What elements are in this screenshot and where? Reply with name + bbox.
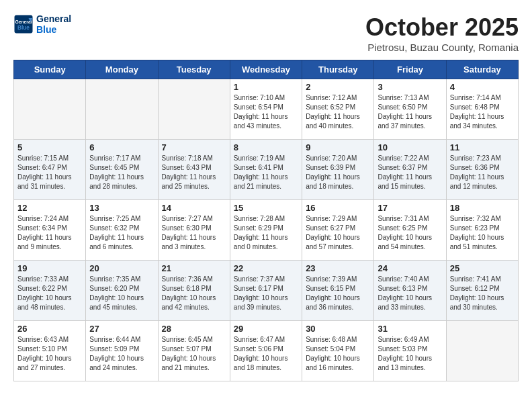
calendar-day-5: 5Sunrise: 7:15 AM Sunset: 6:47 PM Daylig… xyxy=(14,140,86,200)
page-header: General Blue General Blue October 2025 P… xyxy=(13,13,519,53)
cell-info: Sunrise: 7:13 AM Sunset: 6:50 PM Dayligh… xyxy=(378,93,442,131)
calendar-day-12: 12Sunrise: 7:24 AM Sunset: 6:34 PM Dayli… xyxy=(14,200,86,261)
calendar-week-3: 12Sunrise: 7:24 AM Sunset: 6:34 PM Dayli… xyxy=(14,200,519,261)
calendar-day-20: 20Sunrise: 7:35 AM Sunset: 6:20 PM Dayli… xyxy=(86,261,158,321)
cell-info: Sunrise: 7:35 AM Sunset: 6:20 PM Dayligh… xyxy=(89,275,154,312)
calendar-day-3: 3Sunrise: 7:13 AM Sunset: 6:50 PM Daylig… xyxy=(374,79,446,140)
calendar-day-empty xyxy=(446,321,518,381)
cell-info: Sunrise: 7:40 AM Sunset: 6:13 PM Dayligh… xyxy=(378,275,442,312)
date-number: 19 xyxy=(17,263,82,273)
calendar-day-23: 23Sunrise: 7:39 AM Sunset: 6:15 PM Dayli… xyxy=(302,261,374,321)
svg-text:Blue: Blue xyxy=(17,25,30,31)
cell-info: Sunrise: 7:41 AM Sunset: 6:12 PM Dayligh… xyxy=(450,275,515,312)
date-number: 3 xyxy=(378,82,442,92)
date-number: 20 xyxy=(89,263,154,273)
cell-info: Sunrise: 7:14 AM Sunset: 6:48 PM Dayligh… xyxy=(450,93,515,131)
date-number: 21 xyxy=(162,263,226,273)
calendar-day-26: 26Sunrise: 6:43 AM Sunset: 5:10 PM Dayli… xyxy=(14,321,86,381)
weekday-header-row: SundayMondayTuesdayWednesdayThursdayFrid… xyxy=(14,60,519,79)
calendar-day-30: 30Sunrise: 6:48 AM Sunset: 5:04 PM Dayli… xyxy=(302,321,374,381)
calendar-day-1: 1Sunrise: 7:10 AM Sunset: 6:54 PM Daylig… xyxy=(230,79,302,140)
weekday-header-thursday: Thursday xyxy=(302,60,374,79)
cell-info: Sunrise: 6:44 AM Sunset: 5:09 PM Dayligh… xyxy=(89,335,154,373)
cell-info: Sunrise: 6:48 AM Sunset: 5:04 PM Dayligh… xyxy=(306,335,370,373)
weekday-header-sunday: Sunday xyxy=(14,60,86,79)
cell-info: Sunrise: 7:20 AM Sunset: 6:39 PM Dayligh… xyxy=(306,154,370,191)
date-number: 2 xyxy=(306,82,370,92)
cell-info: Sunrise: 7:32 AM Sunset: 6:23 PM Dayligh… xyxy=(450,214,515,252)
weekday-header-tuesday: Tuesday xyxy=(158,60,230,79)
calendar-day-empty xyxy=(14,79,86,140)
logo: General Blue General Blue xyxy=(13,13,71,35)
weekday-header-friday: Friday xyxy=(374,60,446,79)
date-number: 25 xyxy=(450,263,515,273)
cell-info: Sunrise: 7:17 AM Sunset: 6:45 PM Dayligh… xyxy=(89,154,154,191)
cell-info: Sunrise: 7:18 AM Sunset: 6:43 PM Dayligh… xyxy=(162,154,226,191)
date-number: 10 xyxy=(378,142,442,152)
calendar-day-2: 2Sunrise: 7:12 AM Sunset: 6:52 PM Daylig… xyxy=(302,79,374,140)
calendar-week-4: 19Sunrise: 7:33 AM Sunset: 6:22 PM Dayli… xyxy=(14,261,519,321)
calendar-week-1: 1Sunrise: 7:10 AM Sunset: 6:54 PM Daylig… xyxy=(14,79,519,140)
calendar-week-2: 5Sunrise: 7:15 AM Sunset: 6:47 PM Daylig… xyxy=(14,140,519,200)
date-number: 12 xyxy=(17,203,82,213)
date-number: 5 xyxy=(17,142,82,152)
date-number: 11 xyxy=(450,142,515,152)
calendar-day-17: 17Sunrise: 7:31 AM Sunset: 6:25 PM Dayli… xyxy=(374,200,446,261)
calendar-day-7: 7Sunrise: 7:18 AM Sunset: 6:43 PM Daylig… xyxy=(158,140,230,200)
title-area: October 2025 Pietrosu, Buzau County, Rom… xyxy=(365,13,519,53)
date-number: 16 xyxy=(306,203,370,213)
calendar-day-13: 13Sunrise: 7:25 AM Sunset: 6:32 PM Dayli… xyxy=(86,200,158,261)
date-number: 13 xyxy=(89,203,154,213)
cell-info: Sunrise: 7:39 AM Sunset: 6:15 PM Dayligh… xyxy=(306,275,370,312)
calendar-day-16: 16Sunrise: 7:29 AM Sunset: 6:27 PM Dayli… xyxy=(302,200,374,261)
cell-info: Sunrise: 7:25 AM Sunset: 6:32 PM Dayligh… xyxy=(89,214,154,252)
calendar-day-19: 19Sunrise: 7:33 AM Sunset: 6:22 PM Dayli… xyxy=(14,261,86,321)
date-number: 22 xyxy=(234,263,298,273)
cell-info: Sunrise: 7:10 AM Sunset: 6:54 PM Dayligh… xyxy=(234,93,298,131)
cell-info: Sunrise: 7:31 AM Sunset: 6:25 PM Dayligh… xyxy=(378,214,442,252)
calendar-day-6: 6Sunrise: 7:17 AM Sunset: 6:45 PM Daylig… xyxy=(86,140,158,200)
calendar-day-18: 18Sunrise: 7:32 AM Sunset: 6:23 PM Dayli… xyxy=(446,200,518,261)
date-number: 9 xyxy=(306,142,370,152)
calendar-day-11: 11Sunrise: 7:23 AM Sunset: 6:36 PM Dayli… xyxy=(446,140,518,200)
date-number: 30 xyxy=(306,324,370,334)
calendar-day-4: 4Sunrise: 7:14 AM Sunset: 6:48 PM Daylig… xyxy=(446,79,518,140)
calendar-day-24: 24Sunrise: 7:40 AM Sunset: 6:13 PM Dayli… xyxy=(374,261,446,321)
calendar-day-28: 28Sunrise: 6:45 AM Sunset: 5:07 PM Dayli… xyxy=(158,321,230,381)
weekday-header-wednesday: Wednesday xyxy=(230,60,302,79)
calendar-day-29: 29Sunrise: 6:47 AM Sunset: 5:06 PM Dayli… xyxy=(230,321,302,381)
cell-info: Sunrise: 7:29 AM Sunset: 6:27 PM Dayligh… xyxy=(306,214,370,252)
cell-info: Sunrise: 7:28 AM Sunset: 6:29 PM Dayligh… xyxy=(234,214,298,252)
month-title: October 2025 xyxy=(365,13,519,42)
calendar-day-empty xyxy=(86,79,158,140)
calendar-week-5: 26Sunrise: 6:43 AM Sunset: 5:10 PM Dayli… xyxy=(14,321,519,381)
calendar-day-21: 21Sunrise: 7:36 AM Sunset: 6:18 PM Dayli… xyxy=(158,261,230,321)
cell-info: Sunrise: 7:36 AM Sunset: 6:18 PM Dayligh… xyxy=(162,275,226,312)
cell-info: Sunrise: 7:22 AM Sunset: 6:37 PM Dayligh… xyxy=(378,154,442,191)
date-number: 17 xyxy=(378,203,442,213)
cell-info: Sunrise: 6:49 AM Sunset: 5:03 PM Dayligh… xyxy=(378,335,442,373)
date-number: 24 xyxy=(378,263,442,273)
date-number: 14 xyxy=(162,203,226,213)
calendar-table: SundayMondayTuesdayWednesdayThursdayFrid… xyxy=(13,60,519,381)
date-number: 4 xyxy=(450,82,515,92)
date-number: 26 xyxy=(17,324,82,334)
cell-info: Sunrise: 7:33 AM Sunset: 6:22 PM Dayligh… xyxy=(17,275,82,312)
calendar-day-10: 10Sunrise: 7:22 AM Sunset: 6:37 PM Dayli… xyxy=(374,140,446,200)
date-number: 1 xyxy=(234,82,298,92)
cell-info: Sunrise: 7:15 AM Sunset: 6:47 PM Dayligh… xyxy=(17,154,82,191)
cell-info: Sunrise: 6:47 AM Sunset: 5:06 PM Dayligh… xyxy=(234,335,298,373)
date-number: 18 xyxy=(450,203,515,213)
calendar-day-27: 27Sunrise: 6:44 AM Sunset: 5:09 PM Dayli… xyxy=(86,321,158,381)
calendar-day-25: 25Sunrise: 7:41 AM Sunset: 6:12 PM Dayli… xyxy=(446,261,518,321)
calendar-day-14: 14Sunrise: 7:27 AM Sunset: 6:30 PM Dayli… xyxy=(158,200,230,261)
date-number: 15 xyxy=(234,203,298,213)
date-number: 27 xyxy=(89,324,154,334)
location-subtitle: Pietrosu, Buzau County, Romania xyxy=(365,42,519,53)
cell-info: Sunrise: 7:27 AM Sunset: 6:30 PM Dayligh… xyxy=(162,214,226,252)
date-number: 6 xyxy=(89,142,154,152)
cell-info: Sunrise: 6:45 AM Sunset: 5:07 PM Dayligh… xyxy=(162,335,226,373)
date-number: 28 xyxy=(162,324,226,334)
cell-info: Sunrise: 6:43 AM Sunset: 5:10 PM Dayligh… xyxy=(17,335,82,373)
date-number: 8 xyxy=(234,142,298,152)
